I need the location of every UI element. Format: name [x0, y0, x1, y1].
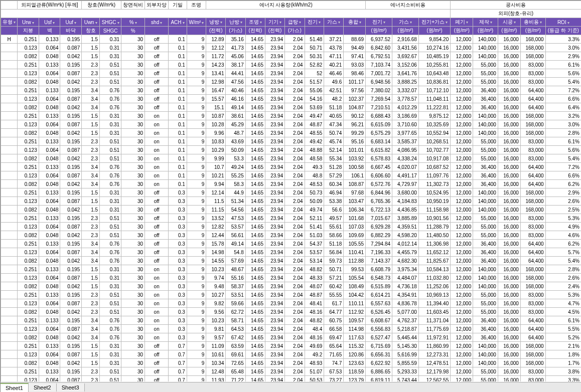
cell: 0.087 — [60, 376, 82, 382]
data-row[interactable]: 0.1230.0640.0871.50.3130off0.1912.1241.7… — [1, 44, 582, 52]
data-row[interactable]: 0.2510.1330.1953.40.7630on0.1910.749.241… — [1, 163, 582, 171]
data-row[interactable]: 0.0820.0480.0421.50.3130on0.399.4858.371… — [1, 282, 582, 291]
cell: 72.65 — [226, 359, 245, 367]
col-cm[interactable]: 제작 — [473, 18, 498, 27]
cell: 5.4% — [545, 78, 581, 86]
cell: 11,306.98 — [418, 240, 450, 248]
tab-sheet1[interactable]: Sheet1 — [1, 383, 29, 392]
col-ce[interactable]: 전기 — [366, 18, 392, 27]
data-row[interactable]: 0.0820.0480.0423.40.7630off0.3914.5557.6… — [1, 257, 582, 265]
col-type[interactable]: 유형 — [1, 18, 18, 27]
col-shgc[interactable]: SHGC — [100, 18, 121, 27]
col-ceg[interactable]: 전기+가스 — [418, 18, 450, 27]
col-light[interactable]: 조명 — [245, 18, 265, 27]
data-row[interactable]: 0.2510.1330.1952.30.5130off0.3913.5247.5… — [1, 214, 582, 223]
data-row[interactable]: 0.2510.1330.1953.40.7630on0.3910.2358.71… — [1, 316, 582, 325]
col-gas[interactable]: 가스 — [324, 18, 344, 27]
cell: 9 — [187, 95, 206, 103]
cell: 4,184.83 — [392, 197, 419, 206]
data-row[interactable]: 0.0820.0480.0421.50.3130on0.199.9648.714… — [1, 129, 582, 137]
data-row[interactable]: H0.2510.1330.1951.50.3130off0.1912.8935.… — [1, 35, 582, 44]
data-row[interactable]: 0.0820.0480.0422.30.5130on0.399.5662.721… — [1, 308, 582, 316]
cell — [1, 342, 18, 350]
data-row[interactable]: 0.2510.1330.1951.50.3130on0.1910.8738.61… — [1, 112, 582, 120]
col-ufloor[interactable]: Uuf — [60, 18, 82, 27]
tab-sheet2[interactable]: Sheet2 — [29, 383, 57, 391]
cell: 16,000 — [498, 350, 520, 359]
cell: 64,400 — [520, 171, 545, 180]
tab-sheet3[interactable]: Sheet3 — [57, 383, 85, 391]
data-row[interactable]: 0.1230.0640.0873.40.7630off0.3914.9854.8… — [1, 248, 582, 257]
data-row[interactable]: 0.2510.1330.1951.50.3130off0.3912.1444.9… — [1, 188, 582, 197]
data-row[interactable]: 0.0820.0480.0423.40.7630on0.199.9458.314… — [1, 180, 582, 188]
cell: 69.61 — [226, 350, 245, 359]
data-row[interactable]: 0.0820.0480.0421.50.3130off0.1911.7245.0… — [1, 52, 582, 61]
cell: 168,000 — [520, 342, 545, 350]
col-dhw[interactable]: 급탕 — [285, 18, 305, 27]
cell: 12,000 — [451, 120, 473, 129]
data-row[interactable]: 0.2510.1330.1951.50.3130on0.3910.2348.67… — [1, 265, 582, 274]
data-row[interactable]: 0.1230.0640.0871.50.3130on0.1910.2845.29… — [1, 120, 582, 129]
data-row[interactable]: 0.0820.0480.0422.30.5130off0.1912.9847.5… — [1, 78, 582, 86]
cell: 23.94 — [265, 325, 284, 333]
col-tot[interactable]: 총합 — [344, 18, 366, 27]
col-ci[interactable]: 시공 — [498, 18, 520, 27]
data-row[interactable]: 0.0820.0480.0422.30.5130on0.199.9953.314… — [1, 154, 582, 163]
col-cg[interactable]: 가스 — [392, 18, 419, 27]
col-shd[interactable]: shd — [145, 18, 169, 27]
cell: 23.94 — [265, 52, 284, 61]
data-row[interactable]: 0.1230.0640.0871.50.3130on0.399.7455.161… — [1, 274, 582, 282]
cell: 2.3 — [82, 146, 100, 154]
data-row[interactable]: 0.0820.0480.0423.40.7630on0.399.5767.421… — [1, 333, 582, 342]
cell: 49.3 — [305, 163, 324, 171]
data-row[interactable]: 0.1230.0640.0872.30.5130on0.1910.2950.09… — [1, 146, 582, 154]
cell: 4,012.29 — [392, 103, 419, 112]
cell: 12,000 — [451, 240, 473, 248]
col-lpd[interactable]: W/m² — [187, 18, 206, 27]
data-row[interactable]: 0.1230.0640.0872.30.5130on0.399.8259.661… — [1, 299, 582, 308]
cell: 1.5 — [82, 359, 100, 367]
data-row[interactable]: 0.1230.0640.0873.40.7630off0.1915.5746.1… — [1, 95, 582, 103]
col-uwin[interactable]: Uwn — [82, 18, 100, 27]
data-row[interactable]: 0.1230.0640.0872.30.5130off0.1913.4144.4… — [1, 69, 582, 78]
col-uroof[interactable]: Urw — [18, 18, 39, 27]
col-ach[interactable]: ACH — [169, 18, 187, 27]
cell: 83,000 — [520, 69, 545, 78]
cell: 9 — [187, 376, 206, 382]
data-row[interactable]: 0.0820.0480.0421.50.3130off0.7910.3472.6… — [1, 359, 582, 367]
col-heat[interactable]: 난방 — [226, 18, 245, 27]
data-row[interactable]: 0.2510.1330.1952.30.5130off0.7912.4865.4… — [1, 367, 582, 376]
data-row[interactable]: 0.1230.0640.0873.40.7630on0.399.8164.531… — [1, 325, 582, 333]
data-row[interactable]: 0.1230.0640.0873.40.7630on0.1910.2155.25… — [1, 171, 582, 180]
data-row[interactable]: 0.1230.0640.0872.30.5130off0.7911.9371.2… — [1, 376, 582, 382]
col-cool[interactable]: 냉방 — [206, 18, 226, 27]
data-row[interactable]: 0.2510.1330.1952.30.5130on0.1910.8343.69… — [1, 137, 582, 146]
cell: 11,048.11 — [418, 95, 450, 103]
cell: 12,000 — [451, 291, 473, 299]
col-equip[interactable]: 기기 — [265, 18, 284, 27]
data-row[interactable]: 0.2510.1330.1952.30.5130on0.3910.2753.51… — [1, 291, 582, 299]
col-uwall[interactable]: Usf — [39, 18, 60, 27]
data-row[interactable]: 0.2510.1330.1951.50.3130off0.7911.0963.5… — [1, 342, 582, 350]
data-row[interactable]: 0.0820.0480.0423.40.7630off0.1915.149.14… — [1, 103, 582, 112]
cell: 9 — [187, 197, 206, 206]
cell: 3,680.00 — [392, 188, 419, 197]
col-roi[interactable]: ROI — [545, 18, 581, 27]
data-row[interactable]: 0.0820.0480.0422.30.5130off0.3912.4456.6… — [1, 231, 582, 240]
cell: 0.042 — [60, 180, 82, 188]
cell: off — [145, 44, 169, 52]
data-row[interactable]: 0.2510.1330.1952.30.5130off0.1914.2338.1… — [1, 61, 582, 69]
data-row[interactable]: 0.1230.0640.0872.30.5130off0.3912.8253.5… — [1, 223, 582, 231]
data-row[interactable]: 0.2510.1330.1953.40.7630off0.1916.4740.4… — [1, 86, 582, 95]
col-ct[interactable]: 총비용 — [520, 18, 545, 27]
data-row[interactable]: 0.1230.0640.0871.50.3130off0.7910.6169.6… — [1, 350, 582, 359]
cell: 0.195 — [60, 214, 82, 223]
data-row[interactable]: 0.2510.1330.1953.40.7630off0.3915.7849.1… — [1, 240, 582, 248]
col-cd[interactable]: 폐기 — [451, 18, 473, 27]
data-row[interactable]: 0.0820.0480.0421.50.3130off0.3911.1554.5… — [1, 206, 582, 214]
cell: 3,641.76 — [392, 69, 419, 78]
col-elec[interactable]: 전기 — [305, 18, 324, 27]
cell: 23.94 — [265, 180, 284, 188]
data-row[interactable]: 0.1230.0640.0871.50.3130off0.3911.551.34… — [1, 197, 582, 206]
col-wwr[interactable]: % — [121, 18, 145, 27]
